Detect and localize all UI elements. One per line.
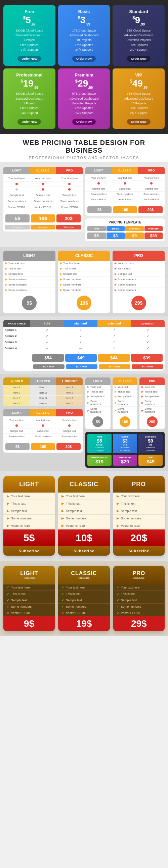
price-block: 29$	[113, 616, 165, 631]
mini-cards-grid: LIGHT ▶Your text ▶This is text ▶Semple t…	[85, 377, 165, 429]
price-classic: 10$	[31, 214, 55, 222]
list-item: ▶Some numbers	[113, 407, 138, 414]
order-now-button[interactable]: Order Now	[72, 56, 96, 62]
order-now-button[interactable]: Order Now	[18, 56, 41, 62]
list-item: ✔Semple text	[3, 597, 55, 603]
price-block: 20$	[113, 529, 165, 546]
list-item: ▶Semple text	[113, 394, 138, 399]
table-row: Some numbers Some numbers Some numbers	[3, 434, 83, 439]
subscribe-row: Subscribe Subscribe Subscribe	[3, 225, 83, 231]
card-price: $3.99	[61, 16, 107, 26]
list-item: ▶Your text here	[58, 493, 110, 500]
mini-premium2: Premium $29	[113, 455, 137, 466]
subscribe-button[interactable]: Subscribe	[31, 225, 56, 229]
table-row: ▶Some numbers	[3, 282, 55, 287]
cards-grid: Free $5.99 500GB Cloud SpaceStandard Das…	[3, 5, 165, 129]
price-basic: $3	[107, 232, 125, 239]
mini-header: LIGHT	[85, 377, 111, 385]
standard-card: Standard $9.99 5TB Cloud SpaceAdvanced D…	[113, 5, 165, 66]
card-subtitle: 90$ 80$	[61, 577, 107, 580]
table-row: ▶Some numbers	[113, 277, 165, 282]
header-light: LIGHT	[3, 167, 30, 174]
buy-button[interactable]: BUY NOW	[66, 364, 97, 369]
col-premium: Premium	[144, 226, 163, 231]
price-block: 10$	[58, 529, 110, 546]
template-title: PRICING TEMPLATE	[87, 220, 163, 224]
card-header: LIGHT 60$ 50$	[3, 566, 55, 585]
price-value: 9$	[6, 619, 52, 628]
gold-header: ⭐ GOLD	[3, 377, 30, 385]
subtitle: PROFESSIONAL PHOTOS AND VECTOR IMAGES	[3, 156, 165, 160]
list-item: ▶Semple text	[139, 394, 165, 399]
price-free: $5	[87, 232, 106, 239]
header-classic: CLASSIC	[30, 167, 56, 174]
table-row: Vector EPS10 Vector EPS10 Vector EPS10	[3, 204, 83, 210]
card-body: ▶Your text here ▶This is text ▶Semple te…	[3, 493, 55, 556]
basic-card: Basic $3.99 1TB Cloud SpaceAdvanced Dash…	[58, 5, 110, 66]
list-item: ▶This is text	[58, 500, 110, 507]
order-now-button[interactable]: Order Now	[127, 119, 150, 125]
card-price: $49.99	[116, 79, 161, 90]
price-standard: $9	[125, 232, 144, 239]
table-row: ▶Semple text	[113, 272, 165, 277]
comp-header: LIGHT CLASSIC PRO	[85, 167, 165, 174]
metal-header: ⭐ GOLD ★ SILVER ✦ BRONZE	[3, 377, 83, 385]
comp-rows: Your text here Your text here Your text …	[3, 416, 83, 440]
card-price: $29.99	[61, 79, 107, 90]
price-value: 10$	[61, 533, 106, 543]
table-row: ▶Your text here	[113, 261, 165, 266]
table-row: ▶This is text	[113, 266, 165, 272]
price-classic: 10$	[113, 206, 137, 213]
metal-table: ⭐ GOLD ★ SILVER ✦ BRONZE Item 1 Item 1 I…	[3, 377, 83, 406]
list-item: ▶Some numbers	[113, 515, 165, 522]
buy-button[interactable]: BUY NOW	[99, 364, 130, 369]
col-basic: Basic	[107, 226, 125, 231]
left-panel: ⭐ GOLD ★ SILVER ✦ BRONZE Item 1 Item 1 I…	[3, 377, 83, 468]
subscribe-button[interactable]: Subscribe	[5, 225, 30, 229]
small-comp-table-2: LIGHT CLASSIC PRO Your text here Your te…	[3, 409, 83, 453]
large-pricing-grid: LIGHT ▶Your text here ▶This is text ▶Sem…	[3, 476, 165, 556]
table-row: ▶Some numbers	[113, 282, 165, 287]
subscribe-button[interactable]: Subscribe	[113, 546, 165, 556]
subscribe-button[interactable]: Subscribe	[58, 546, 110, 556]
table-row: ▶Semple text	[3, 272, 55, 277]
price-classic: 10$	[31, 443, 55, 450]
header-classic: CLASSIC	[30, 409, 56, 416]
card-features: 500GB Cloud SpaceStandard Dashboard1 Pro…	[7, 28, 52, 52]
table-row: Feature 1 ✓ ✓ ✓ ✓	[3, 327, 165, 333]
mini-standard: Standard $9 5TBAdvancedUnlimited	[138, 434, 163, 453]
price-value: 29$	[116, 619, 162, 628]
list-item: ▶This is text	[113, 500, 165, 507]
mini-basic: Basic $3 1TBAdvanced10 Projects	[113, 434, 137, 453]
table-row: ▶This is text	[3, 266, 55, 272]
col-premium: premium	[131, 320, 165, 327]
buy-button[interactable]: BUY NOW	[132, 364, 163, 369]
card-price: $9.99	[116, 16, 161, 26]
list-item: ✔This is text	[58, 591, 110, 597]
price-row: 5$ 10$ 20$	[3, 212, 83, 225]
card-title: Free	[7, 9, 52, 14]
price-1: $54	[32, 354, 64, 362]
subscribe-button[interactable]: Subscribe	[3, 546, 55, 556]
card-header: CLASSIC	[58, 476, 110, 493]
order-now-button[interactable]: Order Now	[127, 56, 150, 62]
list-item: ✘Some numbers	[3, 603, 55, 610]
professional-card: Professional $19.99 500GB Cloud SpaceSta…	[3, 68, 55, 129]
card-header: PRO 60$ 50$	[113, 566, 165, 585]
list-item: ▶Your text here	[113, 493, 165, 500]
list-item: ▶Semple text	[113, 507, 165, 515]
light-column: LIGHT ▶Your text here ▶This is text ▶Sem…	[3, 251, 55, 313]
price-block: 9$	[3, 616, 55, 631]
order-now-button[interactable]: Order Now	[72, 119, 96, 125]
comp-header: LIGHT CLASSIC PRO	[3, 167, 83, 174]
table-row: Feature 2 ✓ ✓ ✓ ✓	[3, 333, 165, 339]
table-row: Your text here Your text here Your text …	[3, 418, 83, 423]
card-features: 1TB Cloud SpaceAdvanced Dashboard10 Proj…	[61, 28, 107, 52]
card-title: Professional	[7, 72, 52, 78]
list-item: ▶Some numbers	[85, 407, 111, 414]
card-subtitle: 60$ 50$	[116, 577, 162, 580]
subscribe-button[interactable]: Subscribe	[56, 225, 81, 229]
order-now-button[interactable]: Order Now	[18, 119, 41, 125]
mini-pro2: Professional $19	[87, 455, 112, 466]
buy-button[interactable]: BUY NOW	[33, 364, 64, 369]
